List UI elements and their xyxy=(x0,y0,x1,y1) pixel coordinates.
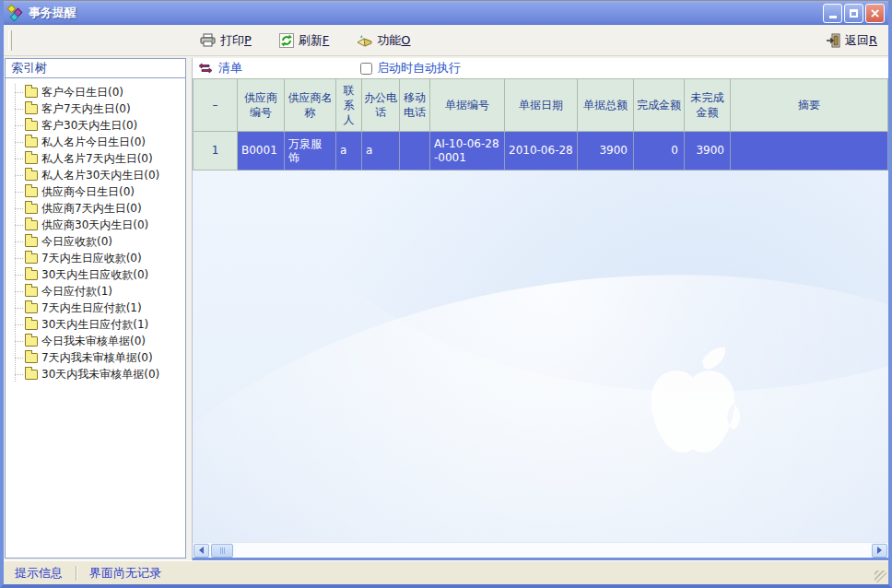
scroll-right-button[interactable] xyxy=(872,544,887,558)
close-button[interactable]: × xyxy=(865,4,885,23)
column-header-completed-amount[interactable]: 完成金额 xyxy=(634,79,685,132)
table-row-selected[interactable]: 1 B0001 万泉服饰 a a AI-10-06-28-0001 2010-0… xyxy=(194,132,888,171)
print-label: 打印 xyxy=(220,33,244,47)
autorun-option: 启动时自动执行 xyxy=(360,60,461,76)
app-icon xyxy=(7,5,24,21)
scroll-left-button[interactable] xyxy=(194,544,209,558)
refresh-accel: F xyxy=(323,33,329,47)
cell-office-phone: a xyxy=(362,132,400,171)
folder-icon xyxy=(25,287,38,297)
column-header-index[interactable]: – xyxy=(194,79,238,132)
tree-item-receivable-7d[interactable]: 7天内生日应收款(0) xyxy=(15,250,185,266)
list-icon xyxy=(198,63,213,74)
tree-item-payable-30d[interactable]: 30天内生日应付款(1) xyxy=(15,316,185,333)
folder-icon xyxy=(25,303,38,313)
status-bar: 提示信息 界面尚无记录 xyxy=(4,560,888,584)
close-icon: × xyxy=(870,6,881,19)
cell-mobile-phone xyxy=(400,132,430,171)
refresh-label: 刷新 xyxy=(299,33,323,47)
tree-item-supplier-30d[interactable]: 供应商30天内生日(0) xyxy=(15,217,185,233)
column-header-doc-total[interactable]: 单据总额 xyxy=(578,79,634,132)
printer-icon xyxy=(200,33,216,47)
tree-item-contact-today[interactable]: 私人名片今日生日(0) xyxy=(15,134,185,150)
minimize-icon xyxy=(829,16,837,18)
function-icon xyxy=(357,34,372,47)
column-header-summary[interactable]: 摘要 xyxy=(731,79,888,132)
autorun-label: 启动时自动执行 xyxy=(377,60,461,76)
folder-icon xyxy=(25,121,38,131)
tree-item-supplier-today[interactable]: 供应商今日生日(0) xyxy=(15,183,185,200)
tree-item-label: 30天内生日应收款(0) xyxy=(41,267,148,283)
folder-icon xyxy=(25,270,38,280)
folder-icon xyxy=(25,187,38,197)
column-header-contact[interactable]: 联系人 xyxy=(336,79,362,132)
tree-item-unaudited-today[interactable]: 今日我未审核单据(0) xyxy=(15,333,185,349)
maximize-icon xyxy=(850,9,858,18)
horizontal-scrollbar[interactable] xyxy=(193,542,888,558)
toolbar: 打印P 刷新F 功能O xyxy=(4,25,888,56)
resize-grip[interactable] xyxy=(874,570,886,582)
tree-item-label: 供应商7天内生日(0) xyxy=(41,201,142,217)
refresh-button[interactable]: 刷新F xyxy=(276,29,333,52)
folder-icon xyxy=(25,353,38,363)
cell-contact: a xyxy=(336,132,362,171)
column-header-office-phone[interactable]: 办公电话 xyxy=(362,79,400,132)
tree-item-label: 私人名片7天内生日(0) xyxy=(41,151,153,167)
print-accel: P xyxy=(244,33,252,47)
tree-item-unaudited-7d[interactable]: 7天内我未审核单据(0) xyxy=(15,349,185,366)
tree-item-customer-30d[interactable]: 客户30天内生日(0) xyxy=(15,117,185,134)
tree-item-label: 7天内生日应收款(0) xyxy=(41,251,142,266)
folder-icon xyxy=(25,220,38,230)
folder-icon xyxy=(25,88,38,98)
minimize-button[interactable] xyxy=(823,4,842,23)
tree-item-payable-today[interactable]: 今日应付款(1) xyxy=(15,283,185,300)
column-header-supplier-name[interactable]: 供应商名称 xyxy=(285,79,336,132)
left-arrow-icon xyxy=(199,547,204,554)
column-header-supplier-code[interactable]: 供应商编号 xyxy=(238,79,285,132)
status-message: 界面尚无记录 xyxy=(89,565,161,582)
status-section-label: 提示信息 xyxy=(4,565,76,582)
print-button[interactable]: 打印P xyxy=(196,29,255,52)
scrollbar-thumb[interactable] xyxy=(211,544,233,558)
tree-item-contact-7d[interactable]: 私人名片7天内生日(0) xyxy=(15,150,185,167)
tree-item-supplier-7d[interactable]: 供应商7天内生日(0) xyxy=(15,200,185,217)
main-panel: 清单 启动时自动执行 – 供应商编号 供应商名称 联系人 办公电话 xyxy=(192,58,888,560)
title-bar[interactable]: 事务提醒 × xyxy=(4,1,888,25)
tree-item-customer-7d[interactable]: 客户7天内生日(0) xyxy=(15,100,185,117)
tree-item-label: 供应商今日生日(0) xyxy=(41,184,135,200)
tree-item-label: 30天内我未审核单据(0) xyxy=(41,367,159,382)
column-header-doc-number[interactable]: 单据编号 xyxy=(430,79,505,132)
cell-supplier-name: 万泉服饰 xyxy=(285,132,336,171)
folder-icon xyxy=(25,237,38,247)
tree-item-contact-30d[interactable]: 私人名片30天内生日(0) xyxy=(15,167,185,183)
tree-item-receivable-30d[interactable]: 30天内生日应收款(0) xyxy=(15,266,185,283)
tree-item-label: 供应商30天内生日(0) xyxy=(41,218,148,233)
index-tree: 客户今日生日(0) 客户7天内生日(0) 客户30天内生日(0) 私人名片今日生… xyxy=(5,78,186,559)
return-label: 返回 xyxy=(845,33,869,47)
autorun-checkbox[interactable] xyxy=(360,63,372,75)
window-title: 事务提醒 xyxy=(29,5,823,21)
tree-item-receivable-today[interactable]: 今日应收款(0) xyxy=(15,233,185,250)
folder-icon xyxy=(25,137,38,147)
folder-icon xyxy=(25,104,38,114)
function-button[interactable]: 功能O xyxy=(353,29,414,52)
column-header-doc-date[interactable]: 单据日期 xyxy=(505,79,578,132)
tree-item-unaudited-30d[interactable]: 30天内我未审核单据(0) xyxy=(15,366,185,382)
tree-item-label: 客户今日生日(0) xyxy=(41,85,123,100)
toolbar-gripper[interactable] xyxy=(8,30,12,51)
tree-item-payable-7d[interactable]: 7天内生日应付款(1) xyxy=(15,300,185,316)
return-button[interactable]: 返回R xyxy=(823,29,881,52)
cell-supplier-code: B0001 xyxy=(238,132,285,171)
right-arrow-icon xyxy=(877,547,882,554)
function-accel: O xyxy=(401,33,410,47)
tree-item-customer-today[interactable]: 客户今日生日(0) xyxy=(15,84,185,100)
tree-item-label: 客户7天内生日(0) xyxy=(41,101,131,117)
column-header-mobile-phone[interactable]: 移动电话 xyxy=(400,79,430,132)
maximize-button[interactable] xyxy=(844,4,863,23)
return-accel: R xyxy=(869,33,877,47)
column-header-uncompleted-amount[interactable]: 未完成金额 xyxy=(685,79,731,132)
list-label: 清单 xyxy=(218,60,242,76)
sidebar-header: 索引树 xyxy=(5,58,186,78)
tree-item-label: 7天内我未审核单据(0) xyxy=(41,350,153,366)
tree-item-label: 30天内生日应付款(1) xyxy=(41,317,148,333)
